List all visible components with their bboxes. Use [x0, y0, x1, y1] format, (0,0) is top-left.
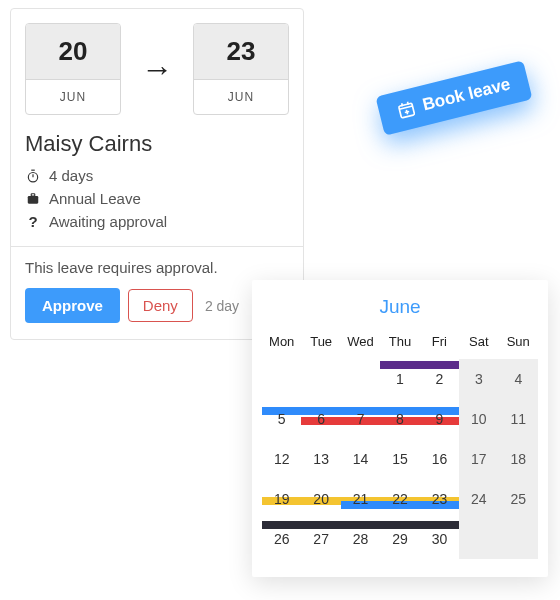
- book-leave-button[interactable]: Book leave: [376, 60, 533, 136]
- calendar-day[interactable]: 11: [499, 399, 538, 439]
- calendar-day[interactable]: 17: [459, 439, 498, 479]
- approval-note: This leave requires approval.: [11, 246, 303, 276]
- calendar-day[interactable]: 7: [341, 399, 380, 439]
- calendar-cell-blank: [341, 359, 380, 399]
- calendar-row: 19202122232425: [262, 479, 538, 519]
- action-row: Approve Deny 2 day: [25, 288, 289, 323]
- meta-status: ? Awaiting approval: [25, 213, 289, 230]
- calendar-day[interactable]: 18: [499, 439, 538, 479]
- type-text: Annual Leave: [49, 190, 141, 207]
- requester-name: Maisy Cairns: [25, 131, 289, 157]
- calendar-weekday-header: Mon Tue Wed Thu Fri Sat Sun: [262, 328, 538, 359]
- calendar-day[interactable]: 4: [499, 359, 538, 399]
- calendar-day[interactable]: 5: [262, 399, 301, 439]
- calendar-day[interactable]: 27: [301, 519, 340, 559]
- approve-button[interactable]: Approve: [25, 288, 120, 323]
- calendar-cell-blank: [499, 519, 538, 559]
- start-month: JUN: [26, 79, 120, 114]
- calendar-day[interactable]: 16: [420, 439, 459, 479]
- svg-line-7: [402, 103, 403, 106]
- weekday-wed: Wed: [341, 328, 380, 359]
- arrow-right-icon: →: [141, 51, 173, 88]
- calendar-day[interactable]: 8: [380, 399, 419, 439]
- end-month: JUN: [194, 79, 288, 114]
- calendar-day[interactable]: 20: [301, 479, 340, 519]
- calendar-row: 2627282930: [262, 519, 538, 559]
- weekday-tue: Tue: [301, 328, 340, 359]
- calendar-day[interactable]: 19: [262, 479, 301, 519]
- deny-button[interactable]: Deny: [128, 289, 193, 322]
- svg-line-10: [405, 111, 409, 112]
- calendar-day[interactable]: 22: [380, 479, 419, 519]
- calendar-cell-blank: [459, 519, 498, 559]
- start-date-tile: 20 JUN: [25, 23, 121, 115]
- trailing-text: 2 day: [205, 298, 239, 314]
- calendar-day[interactable]: 30: [420, 519, 459, 559]
- weekday-sun: Sun: [499, 328, 538, 359]
- calendar-day[interactable]: 21: [341, 479, 380, 519]
- question-icon: ?: [25, 213, 41, 230]
- weekday-fri: Fri: [420, 328, 459, 359]
- calendar-day[interactable]: 12: [262, 439, 301, 479]
- calendar-cell-blank: [262, 359, 301, 399]
- calendar-day[interactable]: 29: [380, 519, 419, 559]
- calendar-widget: June Mon Tue Wed Thu Fri Sat Sun 1234567…: [252, 280, 548, 577]
- calendar-day[interactable]: 25: [499, 479, 538, 519]
- calendar-row: 1234: [262, 359, 538, 399]
- suitcase-icon: [25, 192, 41, 206]
- date-range: 20 JUN → 23 JUN: [25, 23, 289, 115]
- calendar-day[interactable]: 24: [459, 479, 498, 519]
- calendar-day[interactable]: 26: [262, 519, 301, 559]
- svg-rect-4: [31, 193, 35, 195]
- book-leave-label: Book leave: [421, 74, 513, 115]
- calendar-row: 567891011: [262, 399, 538, 439]
- calendar-day[interactable]: 10: [459, 399, 498, 439]
- svg-line-6: [400, 106, 413, 109]
- calendar-cell-blank: [301, 359, 340, 399]
- calendar-month-title[interactable]: June: [262, 296, 538, 318]
- calendar-day[interactable]: 1: [380, 359, 419, 399]
- svg-rect-0: [31, 169, 35, 170]
- calendar-day[interactable]: 15: [380, 439, 419, 479]
- calendar-day[interactable]: 13: [301, 439, 340, 479]
- svg-rect-3: [28, 196, 39, 204]
- end-day: 23: [194, 24, 288, 79]
- calendar-body: 1234567891011121314151617181920212223242…: [262, 359, 538, 559]
- calendar-day[interactable]: 14: [341, 439, 380, 479]
- calendar-day[interactable]: 6: [301, 399, 340, 439]
- calendar-day[interactable]: 3: [459, 359, 498, 399]
- leave-meta-list: 4 days Annual Leave ? Awaiting approval: [25, 167, 289, 230]
- duration-text: 4 days: [49, 167, 93, 184]
- weekday-sat: Sat: [459, 328, 498, 359]
- meta-type: Annual Leave: [25, 190, 289, 207]
- stopwatch-icon: [25, 169, 41, 183]
- calendar-day[interactable]: 2: [420, 359, 459, 399]
- calendar-plus-icon: [396, 99, 418, 121]
- calendar-day[interactable]: 23: [420, 479, 459, 519]
- weekday-mon: Mon: [262, 328, 301, 359]
- svg-line-8: [408, 102, 409, 105]
- start-day: 20: [26, 24, 120, 79]
- end-date-tile: 23 JUN: [193, 23, 289, 115]
- calendar-row: 12131415161718: [262, 439, 538, 479]
- status-text: Awaiting approval: [49, 213, 167, 230]
- calendar-day[interactable]: 9: [420, 399, 459, 439]
- calendar-day[interactable]: 28: [341, 519, 380, 559]
- weekday-thu: Thu: [380, 328, 419, 359]
- meta-duration: 4 days: [25, 167, 289, 184]
